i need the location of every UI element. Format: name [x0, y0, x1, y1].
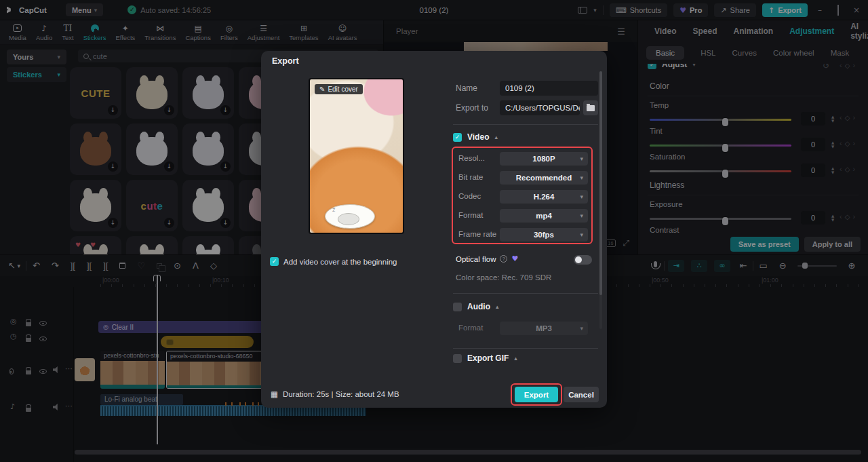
export-path-input[interactable]: C:/Users/TOPGUS/De... [500, 100, 580, 115]
folder-icon [587, 105, 595, 111]
export-gif-row: ✓ Export GIF ▴ [453, 353, 517, 363]
bit-rate-select[interactable]: Recommended▾ [500, 171, 588, 185]
export-confirm-button[interactable]: Export [515, 387, 558, 402]
audio-section-label: Audio [467, 302, 490, 311]
chevron-down-icon: ▾ [580, 322, 583, 335]
chevron-down-icon: ▾ [580, 152, 583, 166]
chevron-down-icon: ▾ [580, 190, 583, 204]
video-checkbox[interactable]: ✓ [453, 133, 462, 142]
chevron-down-icon: ▾ [580, 171, 583, 185]
pencil-icon: ✎ [319, 85, 325, 93]
color-space-text: Color space: Rec. 709 SDR [456, 273, 551, 282]
info-icon[interactable]: ? [500, 255, 507, 263]
divider [453, 348, 598, 349]
chevron-up-icon[interactable]: ▴ [494, 134, 498, 140]
name-label: Name [456, 83, 477, 93]
name-input[interactable]: 0109 (2) [500, 81, 598, 96]
divider [453, 293, 598, 294]
export-dialog-title: Export [261, 51, 607, 71]
video-setting-row: Resol...1080P▾ [458, 152, 587, 166]
dialog-scrollbar[interactable] [599, 71, 602, 329]
divider [453, 124, 598, 125]
add-cover-row: ✓ Add video cover at the beginning [270, 257, 397, 266]
audio-format-value: MP3 [536, 324, 552, 332]
add-cover-checkbox[interactable]: ✓ [270, 257, 279, 266]
video-setting-row: Formatmp4▾ [458, 209, 587, 223]
video-section-row: ✓ Video ▴ [453, 132, 498, 142]
resol--select[interactable]: 1080P▾ [500, 152, 588, 166]
optical-flow-toggle[interactable] [574, 255, 592, 265]
chevron-up-icon[interactable]: ▴ [514, 355, 517, 362]
chevron-up-icon[interactable]: ▴ [496, 303, 499, 310]
video-setting-row: CodecH.264▾ [458, 190, 587, 204]
cover-preview[interactable]: ✎ Edit cover [309, 78, 404, 234]
setting-label: Format [458, 211, 483, 219]
capcut-window: CapCut Menu ▾ ✓ Auto saved: 14:56:25 010… [0, 0, 868, 462]
setting-label: Frame rate [458, 230, 496, 238]
optical-flow-label: Optical flow [456, 255, 496, 263]
pro-heart-icon: ♥ [511, 254, 518, 263]
add-cover-label: Add video cover at the beginning [283, 258, 397, 266]
export-gif-checkbox[interactable]: ✓ [453, 354, 462, 363]
setting-value: Recommended [516, 174, 572, 182]
setting-label: Bit rate [458, 173, 483, 181]
export-to-label: Export to [456, 103, 488, 113]
codec-select[interactable]: H.264▾ [500, 190, 588, 204]
export-gif-label: Export GIF [467, 353, 509, 363]
setting-value: 30fps [534, 231, 554, 239]
cancel-button[interactable]: Cancel [564, 387, 599, 402]
setting-label: Resol... [458, 154, 485, 162]
film-icon: ▦ [271, 389, 278, 399]
edit-cover-label: Edit cover [328, 85, 357, 93]
setting-label: Codec [458, 192, 481, 200]
export-dialog: Export ✎ Edit cover ✓ Add video cover at… [261, 51, 607, 408]
audio-checkbox[interactable]: ✓ [453, 303, 462, 311]
video-section-label: Video [467, 132, 489, 142]
browse-folder-button[interactable] [583, 100, 598, 115]
frame-rate-select[interactable]: 30fps▾ [500, 228, 588, 242]
optical-flow-row: Optical flow ? ♥ [456, 254, 518, 263]
setting-value: H.264 [534, 193, 555, 201]
audio-format-select[interactable]: MP3 ▾ [500, 322, 588, 335]
format-select[interactable]: mp4▾ [500, 209, 588, 223]
chevron-down-icon: ▾ [580, 209, 583, 223]
audio-format-label: Format [458, 324, 483, 332]
video-setting-row: Bit rateRecommended▾ [458, 171, 587, 185]
chevron-down-icon: ▾ [580, 228, 583, 242]
export-summary: Duration: 25s | Size: about 24 MB [283, 390, 399, 398]
video-setting-row: Frame rate30fps▾ [458, 228, 587, 242]
audio-section-row: ✓ Audio ▴ [453, 302, 499, 311]
cat-sticker-overlay [325, 204, 375, 229]
setting-value: 1080P [532, 155, 555, 163]
edit-cover-button[interactable]: ✎ Edit cover [315, 84, 363, 94]
setting-value: mp4 [536, 212, 552, 220]
